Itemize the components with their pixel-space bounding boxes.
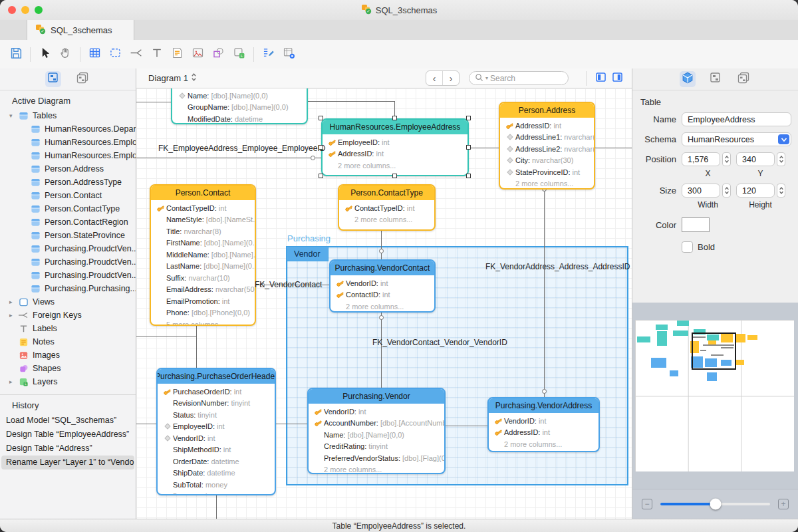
table-person-address[interactable]: Person.AddressAddressID:intAddressLine1:…	[499, 102, 595, 190]
table-row[interactable]: AddressID:int	[489, 427, 598, 439]
sidebar-item-humanresources-emplo[interactable]: HumanResources.Emplo...	[0, 136, 136, 149]
size-height-stepper[interactable]	[777, 184, 785, 198]
more-columns-label[interactable]: 2 more columns...	[331, 301, 434, 312]
sidebar-item-purchasing-proudctven[interactable]: Purchasing.ProudctVen...	[0, 255, 136, 269]
table-row[interactable]: AddressID:int	[323, 148, 467, 160]
size-width-stepper[interactable]	[722, 184, 731, 198]
sidebar-item-person-addresstype[interactable]: Person.AddressType	[0, 176, 136, 189]
overview-minimap[interactable]	[632, 303, 798, 489]
selection-handle[interactable]	[466, 145, 471, 150]
table-row[interactable]: StateProvinceID:int	[500, 166, 594, 178]
table-row[interactable]: Suffix:nvarchar(10)	[151, 272, 255, 284]
tree-chevron-icon[interactable]: ▸	[9, 312, 18, 319]
table-row[interactable]: AddressLine2:nvarchar(...	[500, 143, 594, 155]
sidebar-item-person-contacttype[interactable]: Person.ContactType	[0, 202, 136, 215]
more-columns-label[interactable]: 2 more columns...	[309, 464, 444, 475]
next-button[interactable]: ›	[443, 71, 459, 85]
zoom-in-button[interactable]: +	[778, 499, 789, 509]
sidebar-item-purchasing-purchasing[interactable]: Purchasing.Purchasing...	[0, 282, 136, 295]
pointer-button[interactable]	[35, 44, 55, 65]
table-row[interactable]: ShipMethodID:int	[158, 444, 275, 456]
layer-tab[interactable]: Vendor	[286, 246, 329, 261]
table-row[interactable]: Status:tinyint	[158, 409, 275, 421]
table-row[interactable]: RevisionNumber:tinyint	[158, 398, 275, 410]
history-item[interactable]: Load Model “SQL_3schemas”	[1, 414, 134, 428]
table-row[interactable]: SubTotal:money	[158, 479, 275, 491]
table-department-partial[interactable]: Name:[dbo].[Name](0,0)GroupName:[dbo].[N…	[171, 88, 308, 124]
sidebar-item-views[interactable]: ▸Views	[0, 295, 136, 309]
prev-button[interactable]: ‹	[426, 71, 443, 85]
table-header[interactable]: Person.Address	[500, 103, 594, 118]
table-purchase-order-header[interactable]: Purchasing.PurchaseOrderHeaderPurchaseOr…	[156, 368, 276, 495]
table-person-contact[interactable]: Person.ContactContactTypeID:intNameStyle…	[150, 184, 256, 326]
table-vendor[interactable]: Purchasing.VendorVendorID:intAccountNumb…	[307, 388, 446, 474]
sidebar-item-tables[interactable]: ▾Tables	[0, 109, 136, 122]
image-button[interactable]	[188, 44, 208, 65]
table-header[interactable]: Purchasing.PurchaseOrderHeader	[158, 369, 275, 384]
sidebar-item-purchasing-proudctven[interactable]: Purchasing.ProudctVen...	[0, 242, 136, 255]
marquee-button[interactable]	[105, 44, 126, 65]
sidebar-item-notes[interactable]: Notes	[0, 335, 136, 348]
sidebar-item-purchasing-proudctven[interactable]: Purchasing.ProudctVen...	[0, 269, 136, 282]
selection-handle[interactable]	[466, 116, 471, 120]
zoom-slider[interactable]	[660, 503, 770, 505]
size-height-input[interactable]	[736, 184, 775, 198]
table-row[interactable]: OrderDate:datetime	[158, 456, 275, 467]
table-row[interactable]: VendorID:int	[309, 406, 444, 418]
preview-button[interactable]	[279, 44, 299, 65]
table-row[interactable]: GroupName:[dbo].[Name](0,0)	[172, 102, 307, 114]
table-button[interactable]	[84, 44, 105, 65]
fk-label[interactable]: FK_VendorAddress_Address_AddressID	[485, 262, 630, 271]
table-header[interactable]: Person.Contact	[151, 186, 255, 200]
search-input[interactable]: ▾ Search	[469, 71, 569, 85]
diagram-selector[interactable]: Diagram 1	[148, 72, 197, 84]
table-row[interactable]: PreferredVendorStatus:[dbo].[Flag](0,0)	[309, 452, 444, 464]
tree-chevron-icon[interactable]: ▸	[9, 299, 18, 305]
table-row[interactable]: ShipDate:datetime	[158, 467, 275, 479]
sidebar-item-person-contact[interactable]: Person.Contact	[0, 189, 136, 202]
sidebar-diagrams-tab[interactable]	[74, 71, 90, 87]
fk-label[interactable]: FK_VendorContact	[255, 280, 322, 289]
table-row[interactable]: Phone:[dbo].[Phone](0,0)	[151, 307, 255, 319]
table-row[interactable]: ContactTypeID:int	[339, 202, 434, 214]
more-columns-label[interactable]: 5 more columns...	[151, 319, 255, 326]
table-vendor-contact[interactable]: Purchasing.VendorContactVendorID:intCont…	[329, 259, 436, 313]
table-row[interactable]: Title:nvarchar(8)	[151, 225, 255, 237]
sidebar-item-person-stateprovince[interactable]: Person.StateProvince	[0, 229, 136, 242]
tree-chevron-icon[interactable]: ▸	[9, 378, 18, 385]
selection-handle[interactable]	[392, 116, 397, 120]
selection-handle[interactable]	[319, 174, 323, 178]
relation-button[interactable]	[126, 44, 146, 65]
rpanel-diagram-tab[interactable]	[708, 71, 724, 87]
table-row[interactable]: Name:[dbo].[Name](0,0)	[172, 90, 307, 102]
position-x-input[interactable]	[682, 152, 720, 166]
color-picker[interactable]	[682, 217, 710, 232]
sidebar-item-shapes[interactable]: Shapes	[0, 362, 136, 375]
table-header[interactable]: Person.ContactType	[339, 186, 434, 200]
table-header[interactable]: Purchasing.Vendor	[309, 389, 444, 404]
more-columns-label[interactable]: 2 more columns...	[489, 438, 598, 450]
more-columns-label[interactable]: 2 more columns...	[500, 178, 594, 190]
table-row[interactable]: PurchaseOrderID:int	[158, 386, 275, 398]
table-row[interactable]: EmailAddress:nvarchar(50)	[151, 284, 255, 296]
history-item[interactable]: Rename Layer “Layer 1” to “Vendor”	[1, 456, 134, 469]
table-row[interactable]: ContactID:int	[331, 289, 434, 301]
table-row[interactable]: NameStyle:[dbo].[NameSt...	[151, 214, 255, 226]
save-button[interactable]	[5, 44, 26, 65]
rpanel-diagrams-tab[interactable]	[735, 71, 751, 87]
table-person-contacttype[interactable]: Person.ContactTypeContactTypeID:int2 mor…	[338, 184, 436, 231]
selection-handle[interactable]	[466, 174, 471, 178]
sidebar-item-foreign-keys[interactable]: ▸Foreign Keys	[0, 309, 136, 322]
fk-label[interactable]: FK_EmployeeAddress_Employee_EmployeeID	[158, 144, 325, 153]
history-item[interactable]: Design Table “Address”	[1, 442, 134, 456]
position-y-stepper[interactable]	[777, 152, 785, 166]
table-vendor-address[interactable]: Purchasing.VendorAddressVendorID:intAddr…	[487, 397, 600, 452]
table-row[interactable]: ModifiedDate:datetime	[172, 113, 307, 124]
table-name-input[interactable]	[682, 112, 791, 126]
autolayout-button[interactable]	[258, 44, 279, 65]
more-columns-label[interactable]: 2 more columns...	[323, 160, 467, 171]
table-row[interactable]: ContactTypeID:int	[151, 202, 255, 214]
table-row[interactable]: FirstName:[dbo].[Name](0...	[151, 237, 255, 249]
sidebar-item-labels[interactable]: Labels	[0, 322, 136, 335]
schema-dropdown-button[interactable]	[778, 134, 789, 144]
